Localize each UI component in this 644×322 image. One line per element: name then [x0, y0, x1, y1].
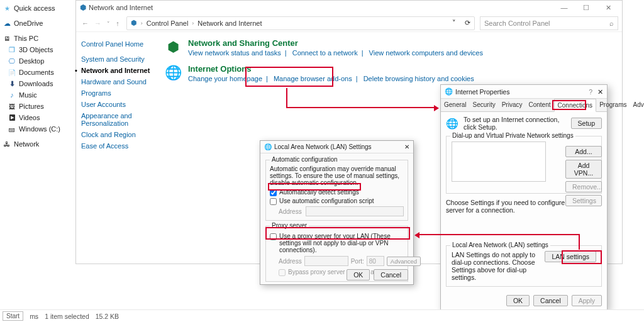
document-icon [8, 68, 16, 77]
add-vpn-button[interactable]: Add VPN... [565, 160, 602, 179]
checkbox-input[interactable] [270, 198, 277, 205]
minimize-button[interactable]: — [554, 4, 574, 11]
sidebar-item-appearance[interactable]: Appearance and Personalization [80, 110, 155, 129]
nav-label: Windows (C:) [19, 125, 60, 133]
nav-desktop[interactable]: Desktop [1, 55, 68, 67]
nav-downloads[interactable]: Downloads [1, 78, 68, 89]
video-icon [8, 113, 16, 122]
sublink[interactable]: View network status and tasks [188, 49, 281, 57]
sidebar-item-user-accounts[interactable]: User Accounts [80, 99, 155, 110]
sublink[interactable]: Manage browser add-ons [274, 75, 352, 82]
nav-windows-c[interactable]: Windows (C:) [1, 123, 68, 135]
sublink[interactable]: Delete browsing history and cookies [364, 75, 474, 82]
lan-legend: Local Area Network (LAN) settings [450, 242, 550, 248]
nav-documents[interactable]: Documents [1, 67, 68, 78]
nav-3d-objects[interactable]: 3D Objects [1, 44, 68, 55]
setup-button[interactable]: Setup [571, 118, 602, 129]
globe-icon: 🌐 [445, 87, 453, 96]
chevron-right-icon: › [141, 20, 143, 26]
checkbox-input[interactable] [270, 189, 277, 196]
auto-detect-checkbox[interactable]: Automatically detect settings [270, 189, 404, 196]
remove-button: Remove... [565, 181, 602, 192]
recent-button[interactable]: ˅ [105, 21, 112, 27]
close-button[interactable]: ✕ [597, 88, 603, 96]
star-icon [3, 4, 11, 13]
lan-settings-button[interactable]: LAN settings [545, 251, 596, 262]
nav-network[interactable]: Network [1, 138, 68, 150]
proxy-address-field [304, 256, 348, 266]
start-button[interactable]: Start [3, 311, 23, 321]
sublink[interactable]: Change your homepage [188, 75, 262, 82]
sidebar-item-system-security[interactable]: System and Security [80, 53, 155, 65]
checkbox-label: Automatically detect settings [279, 189, 359, 196]
nav-label: Videos [19, 114, 40, 121]
ok-button[interactable]: OK [347, 269, 370, 280]
use-proxy-checkbox[interactable]: Use a proxy server for your LAN (These s… [270, 233, 404, 253]
tab-privacy[interactable]: Privacy [499, 99, 526, 111]
chevron-down-icon[interactable]: ˅ [452, 19, 456, 27]
nav-label: 3D Objects [19, 46, 53, 53]
sidebar-item-programs[interactable]: Programs [80, 87, 155, 99]
sidebar-item-network-internet[interactable]: Network and Internet [80, 65, 155, 76]
checkbox-label: Use automatic configuration script [279, 197, 374, 204]
search-input[interactable]: Search Control Panel ⌕ [480, 16, 618, 30]
tab-programs[interactable]: Programs [596, 99, 630, 111]
search-icon: ⌕ [609, 19, 614, 27]
control-panel-sidebar: Control Panel Home System and Security N… [76, 32, 158, 264]
dialog-titlebar: 🌐 Local Area Network (LAN) Settings ✕ [260, 141, 413, 153]
auto-script-checkbox[interactable]: Use automatic configuration script [270, 197, 404, 205]
ok-button[interactable]: OK [506, 295, 530, 306]
tab-connections[interactable]: Connections [554, 99, 597, 112]
sidebar-item-clock-region[interactable]: Clock and Region [80, 129, 155, 140]
dialog-titlebar: 🌐 Internet Properties ? ✕ [441, 85, 607, 99]
drive-icon [8, 125, 16, 133]
cancel-button[interactable]: Cancel [533, 295, 568, 306]
forward-button[interactable]: → [92, 19, 103, 27]
refresh-button[interactable]: ⟳ [465, 19, 470, 27]
sidebar-item-ease-of-access[interactable]: Ease of Access [80, 140, 155, 152]
cancel-button[interactable]: Cancel [374, 269, 408, 280]
lan-settings-dialog: 🌐 Local Area Network (LAN) Settings ✕ Au… [260, 140, 414, 285]
desktop-icon [8, 57, 16, 65]
nav-music[interactable]: Music [1, 89, 68, 101]
up-button[interactable]: ↑ [114, 19, 121, 27]
close-button[interactable]: ✕ [404, 143, 409, 150]
nav-pictures[interactable]: Pictures [1, 101, 68, 112]
tab-content[interactable]: Content [526, 99, 554, 111]
breadcrumb[interactable]: ⬢ › Control Panel › Network and Internet… [126, 16, 475, 30]
nav-label: Documents [19, 69, 54, 76]
breadcrumb-item[interactable]: Network and Internet [197, 19, 262, 27]
maximize-button[interactable]: ☐ [576, 4, 596, 12]
sidebar-item-home[interactable]: Control Panel Home [80, 38, 155, 50]
sublink[interactable]: Connect to a network [292, 49, 358, 57]
sidebar-item-hardware-sound[interactable]: Hardware and Sound [80, 76, 155, 87]
setup-text: To set up an Internet connection, click … [464, 116, 566, 131]
window-titlebar: ⬢ Network and Internet — ☐ ✕ [76, 1, 622, 14]
category-title[interactable]: Network and Sharing Center [188, 38, 483, 48]
nav-arrows: ← → ˅ ↑ [80, 19, 121, 27]
tab-general[interactable]: General [441, 99, 470, 111]
nav-this-pc[interactable]: This PC [1, 33, 68, 44]
checkbox-input[interactable] [270, 233, 277, 240]
cloud-icon [3, 19, 11, 28]
annotation-arrow [286, 107, 434, 108]
add-button[interactable]: Add... [565, 146, 602, 157]
close-button[interactable]: ✕ [598, 4, 618, 12]
tab-advanced[interactable]: Advanced [630, 99, 644, 111]
nav-videos[interactable]: Videos [1, 112, 68, 123]
tab-security[interactable]: Security [470, 99, 499, 111]
connections-listbox[interactable] [452, 142, 546, 182]
connect-icon: 🌐 [446, 118, 458, 130]
auto-config-group: Automatic configuration Automatic config… [265, 160, 408, 221]
category-title[interactable]: Internet Options [188, 64, 474, 74]
help-button[interactable]: ? [589, 88, 592, 96]
search-placeholder: Search Control Panel [484, 19, 550, 27]
network-icon [3, 140, 11, 148]
nav-quick-access[interactable]: Quick access [1, 3, 68, 14]
nav-onedrive[interactable]: OneDrive [1, 18, 68, 29]
sublink[interactable]: View network computers and devices [369, 49, 483, 57]
breadcrumb-item[interactable]: Control Panel [147, 19, 189, 27]
nav-label: OneDrive [14, 19, 43, 27]
nav-label: Music [19, 91, 37, 99]
back-button[interactable]: ← [80, 19, 91, 27]
